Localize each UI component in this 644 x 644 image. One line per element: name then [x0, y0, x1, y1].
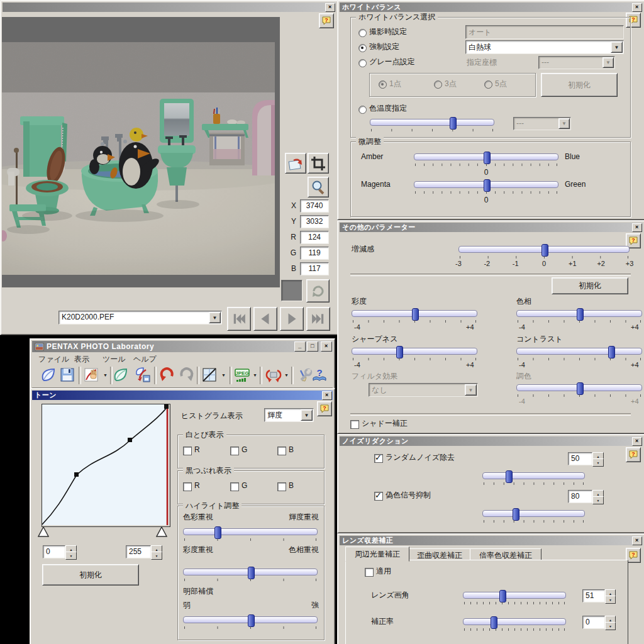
tab-distortion[interactable]: 歪曲収差補正	[409, 548, 470, 560]
redo-button[interactable]	[179, 367, 195, 383]
false-color-value[interactable]: 80	[568, 490, 592, 503]
white-point-handle[interactable]	[156, 526, 167, 537]
tab-chromatic[interactable]: 倍率色収差補正	[470, 548, 541, 560]
extract-image-button[interactable]	[285, 153, 306, 174]
slider-thumb[interactable]	[248, 567, 255, 579]
chevron-down-icon[interactable]: ▼	[611, 42, 623, 53]
slider-thumb[interactable]	[513, 508, 519, 521]
black-clip-b-label[interactable]: B	[289, 481, 294, 491]
extract-button[interactable]	[113, 367, 129, 383]
file-selector-value[interactable]: K20D2000.PEF	[58, 311, 222, 325]
last-image-button[interactable]	[306, 307, 330, 331]
slider-thumb[interactable]	[412, 308, 419, 321]
false-color-checkbox[interactable]	[374, 492, 383, 501]
random-noise-slider[interactable]	[482, 470, 585, 486]
white-point-value[interactable]: 255	[126, 545, 151, 558]
close-icon[interactable]: ×	[322, 391, 332, 400]
lens-correction-titlebar[interactable]: レンズ収差補正 ×	[340, 536, 643, 545]
save-button[interactable]	[59, 367, 75, 383]
wb-graypoint-label[interactable]: グレー点設定	[369, 57, 415, 67]
chevron-down-icon[interactable]: ▼	[283, 370, 290, 380]
slider-thumb[interactable]	[396, 346, 403, 358]
chevron-down-icon[interactable]: ▼	[301, 409, 313, 421]
shadow-correction-label[interactable]: シャドー補正	[362, 419, 408, 428]
file-selector[interactable]: K20D2000.PEF ▼	[58, 311, 222, 325]
maximize-icon[interactable]: □	[307, 341, 318, 352]
close-icon[interactable]: ×	[632, 3, 642, 12]
help-button[interactable]: ?	[311, 367, 328, 383]
slider-thumb[interactable]	[541, 244, 548, 257]
help-button[interactable]: ?	[317, 401, 332, 416]
chevron-down-icon[interactable]: ▼	[209, 312, 221, 323]
slider-thumb[interactable]	[484, 179, 491, 192]
params-reset-button[interactable]: 初期化	[552, 277, 628, 294]
amber-blue-slider[interactable]	[414, 152, 558, 167]
white-clip-g-label[interactable]: G	[242, 445, 247, 455]
refresh-rotate-button[interactable]	[306, 279, 330, 303]
lens-apply-checkbox[interactable]	[365, 568, 374, 577]
wb-temp-slider[interactable]	[370, 117, 494, 132]
random-noise-checkbox[interactable]	[374, 454, 383, 463]
chevron-down-icon[interactable]: ▼	[252, 370, 258, 380]
white-clip-r-label[interactable]: R	[194, 445, 200, 455]
saturation-hue-slider[interactable]	[183, 567, 318, 582]
edit-mode-button[interactable]	[83, 367, 99, 383]
spin-down-icon[interactable]: ▼	[605, 622, 616, 630]
black-clip-b-checkbox[interactable]	[277, 482, 286, 491]
close-icon[interactable]: ×	[321, 341, 332, 352]
jpeg-convert-button[interactable]: JPEG	[234, 367, 250, 383]
slider-thumb[interactable]	[248, 614, 255, 627]
menu-file[interactable]: ファイル	[38, 355, 69, 364]
sharpness-slider[interactable]	[352, 346, 477, 361]
wb-forced-radio[interactable]	[358, 44, 367, 52]
chevron-down-icon[interactable]: ▼	[220, 370, 227, 380]
wb-temp-label[interactable]: 色温度指定	[369, 104, 407, 113]
random-noise-value[interactable]: 50	[568, 452, 592, 465]
slider-thumb[interactable]	[484, 152, 491, 164]
wb-point5-radio[interactable]	[484, 80, 492, 89]
spin-down-icon[interactable]: ▼	[65, 552, 77, 560]
previous-image-button[interactable]	[253, 307, 277, 331]
wb-preset-select[interactable]: 白熱球 ▼	[465, 40, 624, 54]
minimize-icon[interactable]: _	[294, 341, 306, 352]
zoom-button[interactable]	[308, 177, 329, 197]
open-image-button[interactable]	[40, 367, 57, 383]
spin-down-icon[interactable]: ▼	[605, 596, 616, 604]
slider-thumb[interactable]	[491, 616, 497, 629]
wb-temp-radio[interactable]	[358, 106, 367, 114]
spin-down-icon[interactable]: ▼	[592, 458, 604, 467]
black-point-handle[interactable]	[38, 526, 49, 537]
slider-thumb[interactable]	[506, 470, 513, 483]
lens-angle-slider[interactable]	[463, 590, 566, 605]
wb-shooting-label[interactable]: 撮影時設定	[369, 27, 407, 36]
preview-titlebar[interactable]: ×	[3, 3, 336, 12]
tone-titlebar[interactable]: トーン ×	[32, 391, 333, 400]
slider-thumb[interactable]	[608, 346, 615, 358]
lens-apply-label[interactable]: 適用	[376, 567, 391, 576]
hue-slider[interactable]	[516, 308, 642, 323]
image-canvas[interactable]	[2, 17, 280, 287]
undo-button[interactable]	[158, 367, 175, 383]
wb-graypoint-radio[interactable]	[358, 59, 367, 67]
black-clip-g-label[interactable]: G	[242, 481, 247, 491]
close-icon[interactable]: ×	[632, 437, 642, 446]
chevron-down-icon[interactable]: ▼	[102, 370, 109, 380]
menu-tools[interactable]: ツール	[103, 355, 126, 364]
slider-thumb[interactable]	[577, 382, 584, 395]
next-image-button[interactable]	[280, 307, 304, 331]
saturation-slider[interactable]	[352, 308, 477, 323]
compare-view-button[interactable]	[201, 367, 218, 383]
spin-down-icon[interactable]: ▼	[592, 496, 604, 504]
random-noise-label[interactable]: ランダムノイズ除去	[386, 453, 455, 462]
contrast-slider[interactable]	[516, 346, 642, 361]
slider-thumb[interactable]	[577, 308, 584, 321]
lens-rate-value[interactable]: 0	[582, 616, 605, 629]
wb-point3-radio[interactable]	[434, 80, 442, 89]
tab-vignetting[interactable]: 周辺光量補正	[345, 547, 409, 562]
white-clip-b-checkbox[interactable]	[277, 447, 286, 455]
slider-thumb[interactable]	[499, 590, 506, 602]
rotate-button[interactable]	[265, 367, 282, 383]
histogram-display-select[interactable]: 輝度 ▼	[264, 408, 314, 422]
toning-slider[interactable]	[516, 382, 642, 397]
close-icon[interactable]: ×	[632, 223, 642, 232]
